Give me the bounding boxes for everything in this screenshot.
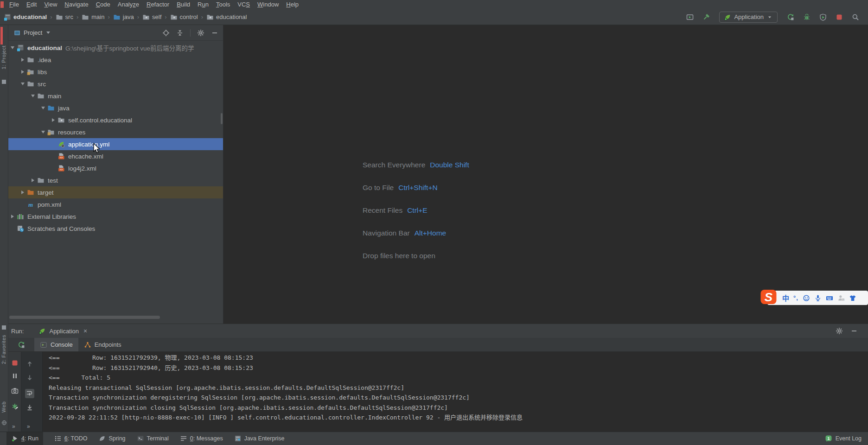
tree-collapsed-icon[interactable] (19, 70, 27, 74)
statusbar-java-enterprise[interactable]: Java Enterprise (234, 432, 285, 445)
menu-edit[interactable]: Edit (23, 0, 40, 9)
keyboard-icon[interactable] (826, 294, 833, 302)
tree-collapsed-icon[interactable] (49, 118, 57, 122)
statusbar-terminal[interactable]: Terminal (137, 432, 169, 445)
tree-item-ehcache.xml[interactable]: <>ehcache.xml (8, 150, 223, 162)
menu-navigate[interactable]: Navigate (61, 0, 92, 9)
tree-item-External-Libraries[interactable]: External Libraries (8, 210, 223, 222)
run-session-tab[interactable]: Application × (36, 324, 90, 338)
build-project-icon[interactable] (701, 12, 711, 22)
menu-refactor[interactable]: Refactor (143, 0, 173, 9)
menu-code[interactable]: Code (92, 0, 114, 9)
horizontal-scrollbar[interactable] (9, 316, 160, 319)
tree-item-log4j2.xml[interactable]: <>log4j2.xml (8, 162, 223, 174)
tree-expanded-icon[interactable] (29, 95, 37, 97)
hide-run-panel-icon[interactable] (850, 327, 858, 335)
menu-window[interactable]: Window (254, 0, 282, 9)
tree-collapsed-icon[interactable] (29, 178, 37, 182)
run-settings-gear-icon[interactable] (836, 327, 843, 335)
restart-application-icon[interactable] (11, 403, 19, 410)
menu-run[interactable]: Run (194, 0, 212, 9)
pause-output-icon[interactable] (11, 372, 19, 380)
run-toolwindow-icon[interactable] (685, 12, 695, 22)
rerun-icon[interactable] (18, 341, 25, 349)
menu-view[interactable]: View (40, 0, 61, 9)
stripe-project-button[interactable]: 1: Project (1, 45, 6, 69)
tree-expanded-icon[interactable] (19, 83, 27, 85)
tree-collapsed-icon[interactable] (19, 58, 27, 62)
tab-endpoints[interactable]: Endpoints (78, 338, 127, 351)
tree-item-pom.xml[interactable]: mpom.xml (8, 198, 223, 210)
stop-button[interactable] (834, 12, 844, 22)
tree-collapsed-icon[interactable] (19, 191, 27, 194)
more-actions-chevron-icon[interactable]: » (12, 423, 15, 430)
menu-help[interactable]: Help (282, 0, 302, 9)
tree-expanded-icon[interactable] (8, 46, 17, 49)
more-options-chevron-icon[interactable]: » (27, 423, 30, 430)
tree-item-application.yml[interactable]: application.yml (8, 138, 223, 150)
select-opened-file-icon[interactable] (162, 29, 170, 37)
breadcrumb-item-main[interactable]: main (82, 13, 104, 21)
tree-item-resources[interactable]: resources (8, 126, 223, 138)
stripe-web-button[interactable]: Web (1, 401, 6, 413)
console-output[interactable]: <== Row: 1631521792939, 物理, 2023-03-08 0… (43, 352, 868, 432)
skin-shirt-icon[interactable] (849, 294, 856, 302)
ime-language-toggle[interactable]: 中 (782, 293, 789, 303)
tree-item-main[interactable]: main (8, 90, 223, 102)
tree-item-test[interactable]: test (8, 174, 223, 186)
stripe-grid-icon[interactable] (2, 325, 6, 330)
menu-analyze[interactable]: Analyze (114, 0, 143, 9)
breadcrumb-item-educational[interactable]: educational (4, 13, 47, 21)
next-occurrence-icon[interactable] (26, 374, 33, 381)
stripe-structure-icon[interactable] (2, 80, 6, 84)
breadcrumb-item-self[interactable]: self (142, 13, 161, 21)
menu-vcs[interactable]: VCS (234, 0, 254, 9)
close-icon[interactable]: × (83, 327, 87, 335)
statusbar-6--todo[interactable]: 6: TODO (54, 432, 88, 445)
stop-process-icon[interactable] (11, 359, 19, 367)
statusbar-4--run[interactable]: 4: Run (6, 432, 43, 445)
scroll-to-end-icon[interactable] (26, 404, 33, 411)
emoji-icon[interactable] (803, 294, 810, 302)
event-log-button[interactable]: 1 Event Log (825, 435, 868, 442)
collapse-all-icon[interactable] (176, 29, 184, 37)
tree-item-libs[interactable]: libs (8, 66, 223, 78)
tree-expanded-icon[interactable] (39, 107, 47, 109)
user-badge-icon[interactable]: 21 (837, 294, 845, 302)
ime-punctuation-toggle[interactable]: °, (793, 294, 798, 301)
search-everywhere-icon[interactable] (850, 12, 861, 22)
tree-expanded-icon[interactable] (39, 131, 47, 134)
soft-wrap-icon[interactable] (25, 389, 34, 398)
tree-item-Scratches-and-Consoles[interactable]: Scratches and Consoles (8, 222, 223, 235)
debug-button[interactable] (802, 12, 812, 22)
breadcrumb-item-control[interactable]: control (170, 13, 198, 21)
breadcrumb-item-educational[interactable]: educational (206, 13, 247, 21)
menu-file[interactable]: File (6, 0, 23, 9)
menu-tools[interactable]: Tools (212, 0, 234, 9)
thread-dump-icon[interactable] (11, 387, 19, 394)
statusbar-spring[interactable]: Spring (98, 432, 125, 445)
tree-item-src[interactable]: src (8, 78, 223, 90)
statusbar-0--messages[interactable]: 0: Messages (180, 432, 223, 445)
stripe-favorites-button[interactable]: 2: Favorites (1, 335, 6, 364)
breadcrumb-item-src[interactable]: src (56, 13, 73, 21)
tree-item-java[interactable]: java (8, 102, 223, 114)
prev-occurrence-icon[interactable] (26, 360, 33, 368)
breadcrumb-item-java[interactable]: java (113, 13, 134, 21)
microphone-icon[interactable] (814, 294, 822, 302)
gear-icon[interactable] (197, 29, 204, 37)
hide-panel-icon[interactable] (211, 29, 218, 37)
tab-console[interactable]: Console (34, 338, 78, 351)
tree-item-target[interactable]: target (8, 186, 223, 198)
tree-item-educational[interactable]: educationalG:\shejiing\基于springboot vue前… (8, 42, 223, 54)
sogou-logo-icon[interactable]: S (760, 289, 777, 305)
tree-item-self.control.educational[interactable]: self.control.educational (8, 114, 223, 126)
coverage-button[interactable] (818, 12, 828, 22)
run-button[interactable] (785, 12, 796, 22)
run-configuration-select[interactable]: Application (719, 12, 778, 23)
menu-build[interactable]: Build (173, 0, 194, 9)
vertical-scrollbar[interactable] (221, 113, 223, 124)
tree-collapsed-icon[interactable] (8, 215, 17, 218)
tree-item-.idea[interactable]: .idea (8, 54, 223, 66)
project-panel-title[interactable]: Project (14, 29, 50, 36)
